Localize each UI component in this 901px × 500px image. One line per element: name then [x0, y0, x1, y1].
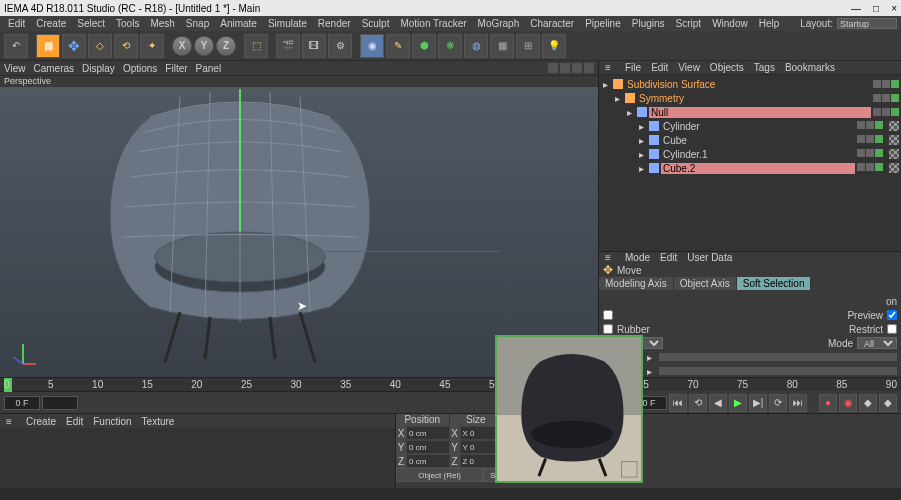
move-tool[interactable]: ✥	[62, 34, 86, 58]
live-select-button[interactable]: ▦	[36, 34, 60, 58]
x-axis-toggle[interactable]: X	[172, 36, 192, 56]
mat-function[interactable]: Function	[93, 416, 131, 427]
tree-row[interactable]: ▸Null	[601, 105, 899, 119]
attr-mode[interactable]: Mode	[625, 252, 650, 263]
attr-slider[interactable]	[659, 353, 897, 361]
vp-nav-icon[interactable]	[548, 63, 558, 73]
autokey-button[interactable]: ◉	[839, 394, 857, 412]
add-deformer-button[interactable]: ❋	[438, 34, 462, 58]
om-tags[interactable]: Tags	[754, 62, 775, 73]
menu-mesh[interactable]: Mesh	[146, 18, 178, 29]
layout-field[interactable]	[837, 18, 897, 29]
tree-row[interactable]: ▸Cube	[601, 133, 899, 147]
menu-edit[interactable]: Edit	[4, 18, 29, 29]
attr-slider[interactable]	[659, 367, 897, 375]
menu-character[interactable]: Character	[526, 18, 578, 29]
om-view[interactable]: View	[678, 62, 700, 73]
menu-window[interactable]: Window	[708, 18, 752, 29]
tree-row[interactable]: ▸Subdivision Surface	[601, 77, 899, 91]
y-axis-toggle[interactable]: Y	[194, 36, 214, 56]
add-camera-button[interactable]: ▦	[490, 34, 514, 58]
vp-options[interactable]: Options	[123, 63, 157, 74]
record-button[interactable]: ●	[819, 394, 837, 412]
menu-simulate[interactable]: Simulate	[264, 18, 311, 29]
vp-display[interactable]: Display	[82, 63, 115, 74]
close-button[interactable]: ×	[891, 3, 897, 14]
menu-sculpt[interactable]: Sculpt	[358, 18, 394, 29]
prev-key-button[interactable]: ⟲	[689, 394, 707, 412]
vp-cameras[interactable]: Cameras	[34, 63, 75, 74]
mat-texture[interactable]: Texture	[142, 416, 175, 427]
menu-pipeline[interactable]: Pipeline	[581, 18, 625, 29]
om-edit[interactable]: Edit	[651, 62, 668, 73]
viewport-3d[interactable]: ➤	[0, 87, 598, 377]
last-tool[interactable]: ✦	[140, 34, 164, 58]
menu-script[interactable]: Script	[672, 18, 706, 29]
vp-filter[interactable]: Filter	[165, 63, 187, 74]
bulb-icon[interactable]: 💡	[542, 34, 566, 58]
timeline-ruler[interactable]: 051015202530354045505560657075808590	[0, 377, 901, 391]
vp-nav-icon[interactable]	[560, 63, 570, 73]
vp-nav-icon[interactable]	[584, 63, 594, 73]
attr-rubber-check[interactable]	[603, 324, 613, 334]
add-environment-button[interactable]: ◍	[464, 34, 488, 58]
attr-enable-check[interactable]	[603, 310, 613, 320]
render-settings-button[interactable]: ⚙	[328, 34, 352, 58]
attr-edit[interactable]: Edit	[660, 252, 677, 263]
attr-mode-select[interactable]: All	[857, 337, 897, 349]
tab-object-axis[interactable]: Object Axis	[674, 277, 737, 290]
tree-row[interactable]: ▸Cube.2	[601, 161, 899, 175]
next-key-button[interactable]: ⟳	[769, 394, 787, 412]
reference-image[interactable]	[495, 335, 643, 483]
menu-render[interactable]: Render	[314, 18, 355, 29]
menu-plugins[interactable]: Plugins	[628, 18, 669, 29]
prev-frame-button[interactable]: ◀	[709, 394, 727, 412]
next-frame-button[interactable]: ▶|	[749, 394, 767, 412]
coord-system-button[interactable]: ⬚	[244, 34, 268, 58]
om-bookmarks[interactable]: Bookmarks	[785, 62, 835, 73]
material-list[interactable]	[0, 428, 395, 490]
menu-select[interactable]: Select	[73, 18, 109, 29]
om-file[interactable]: File	[625, 62, 641, 73]
go-end-button[interactable]: ⏭	[789, 394, 807, 412]
maximize-button[interactable]: □	[873, 3, 879, 14]
tree-row[interactable]: ▸Cylinder.1	[601, 147, 899, 161]
mat-edit[interactable]: Edit	[66, 416, 83, 427]
menu-mograph[interactable]: MoGraph	[474, 18, 524, 29]
render-view-button[interactable]: 🎬	[276, 34, 300, 58]
attr-restrict-check[interactable]	[887, 324, 897, 334]
menu-create[interactable]: Create	[32, 18, 70, 29]
tree-row[interactable]: ▸Cylinder	[601, 119, 899, 133]
rotate-tool[interactable]: ⟲	[114, 34, 138, 58]
frame-current[interactable]	[42, 396, 78, 410]
add-generator-button[interactable]: ⬢	[412, 34, 436, 58]
menu-tools[interactable]: Tools	[112, 18, 143, 29]
go-start-button[interactable]: ⏮	[669, 394, 687, 412]
frame-start[interactable]	[4, 396, 40, 410]
vp-nav-icon[interactable]	[572, 63, 582, 73]
scale-tool[interactable]: ◇	[88, 34, 112, 58]
add-light-button[interactable]: ⊞	[516, 34, 540, 58]
menu-motion-tracker[interactable]: Motion Tracker	[396, 18, 470, 29]
tree-row[interactable]: ▸Symmetry	[601, 91, 899, 105]
menu-animate[interactable]: Animate	[216, 18, 261, 29]
vp-view[interactable]: View	[4, 63, 26, 74]
om-objects[interactable]: Objects	[710, 62, 744, 73]
mat-create[interactable]: Create	[26, 416, 56, 427]
undo-button[interactable]: ↶	[4, 34, 28, 58]
key-pos-button[interactable]: ◆	[859, 394, 877, 412]
object-tree[interactable]: ▸Subdivision Surface▸Symmetry▸Null▸Cylin…	[599, 75, 901, 251]
add-cube-button[interactable]: ◉	[360, 34, 384, 58]
key-scale-button[interactable]: ◆	[879, 394, 897, 412]
z-axis-toggle[interactable]: Z	[216, 36, 236, 56]
menu-snap[interactable]: Snap	[182, 18, 213, 29]
minimize-button[interactable]: —	[851, 3, 861, 14]
tab-modeling-axis[interactable]: Modeling Axis	[599, 277, 674, 290]
attr-userdata[interactable]: User Data	[687, 252, 732, 263]
tab-soft-selection[interactable]: Soft Selection	[737, 277, 812, 290]
play-button[interactable]: ▶	[729, 394, 747, 412]
render-picture-button[interactable]: 🎞	[302, 34, 326, 58]
menu-help[interactable]: Help	[755, 18, 784, 29]
vp-panel[interactable]: Panel	[196, 63, 222, 74]
add-spline-button[interactable]: ✎	[386, 34, 410, 58]
